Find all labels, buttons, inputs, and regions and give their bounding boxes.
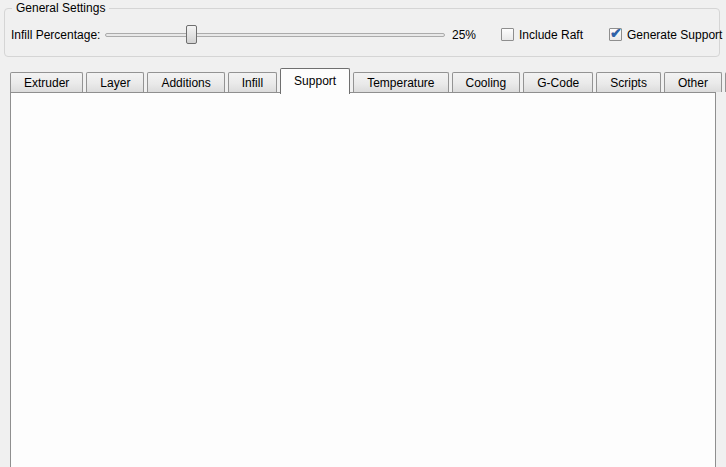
tab-temperature[interactable]: Temperature: [353, 72, 448, 92]
settings-tabbar: Extruder Layer Additions Infill Support …: [10, 68, 726, 94]
tab-gcode[interactable]: G-Code: [523, 72, 593, 92]
tab-layer[interactable]: Layer: [86, 72, 144, 92]
include-raft-label: Include Raft: [519, 25, 583, 45]
support-tab-panel: [10, 92, 716, 467]
tab-extruder[interactable]: Extruder: [10, 72, 83, 92]
include-raft-checkbox[interactable]: ✔: [501, 28, 514, 41]
general-settings-group: General Settings Infill Percentage: 25% …: [4, 8, 720, 57]
tab-scripts[interactable]: Scripts: [596, 72, 661, 92]
slider-handle[interactable]: [186, 25, 197, 44]
infill-percentage-slider[interactable]: [105, 33, 445, 37]
infill-percentage-label: Infill Percentage:: [11, 25, 100, 45]
tab-support[interactable]: Support: [280, 68, 350, 94]
tab-cooling[interactable]: Cooling: [452, 72, 521, 92]
generate-support-label: Generate Support: [627, 25, 722, 45]
generate-support-checkbox[interactable]: ✔: [609, 28, 622, 41]
infill-percentage-value: 25%: [452, 25, 476, 45]
tab-infill[interactable]: Infill: [228, 72, 277, 92]
tab-additions[interactable]: Additions: [147, 72, 224, 92]
general-settings-title: General Settings: [12, 1, 109, 15]
tab-other[interactable]: Other: [664, 72, 722, 92]
